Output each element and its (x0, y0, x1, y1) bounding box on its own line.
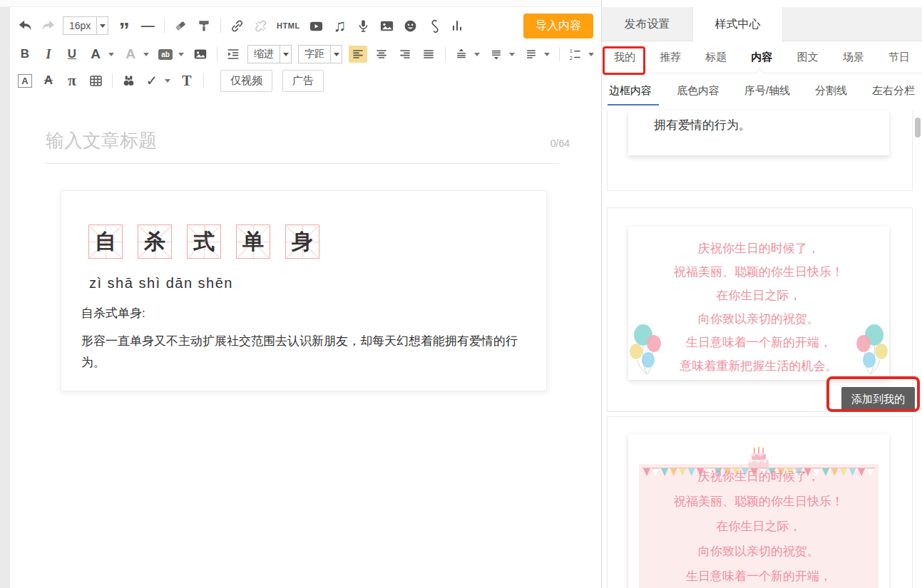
horizontal-rule-icon[interactable]: — (138, 17, 157, 34)
table-icon[interactable] (86, 72, 105, 89)
panel-scrollbar-thumb[interactable] (915, 118, 921, 138)
tab-style-center[interactable]: 样式中心 (692, 7, 783, 42)
title-row: 0/64 (46, 130, 570, 152)
subtab-border-content[interactable]: 边框内容 (609, 84, 652, 98)
tab-content[interactable]: 内容 (751, 51, 772, 64)
paragraph-spacing-icon (522, 46, 541, 63)
font-size-caret[interactable] (96, 17, 108, 34)
article-content-card[interactable]: 自 杀 式 单 身 zì shā shì dān shēn 自杀式单身: 形容一… (61, 190, 547, 391)
background-color-dropdown[interactable]: A (121, 46, 149, 63)
underline-icon[interactable]: U (63, 46, 81, 63)
subtab-two-column[interactable]: 左右分栏 (872, 84, 915, 98)
italic-icon[interactable]: I (39, 46, 58, 63)
image-style-icon[interactable] (191, 46, 210, 63)
tab-festival[interactable]: 节日 (888, 51, 910, 64)
blockquote-icon[interactable]: ” (115, 17, 133, 34)
grid-char-box: 单 (236, 225, 270, 259)
import-content-button[interactable]: 导入内容 (523, 14, 593, 38)
subcategory-tabs: 边框内容 底色内容 序号/轴线 分割线 左右分栏 (602, 73, 922, 108)
subtab-divider-line[interactable]: 分割线 (815, 84, 847, 98)
tab-heading[interactable]: 标题 (705, 51, 727, 64)
editor-pane: 16px ” — HTML ♫ (10, 7, 601, 588)
style-item-border-text[interactable]: 拥有爱情的行为。 (607, 110, 913, 191)
style-item-birthday-balloons[interactable]: 庆祝你生日的时候了， 祝福美丽、聪颖的你生日快乐！ 在你生日之际， 向你致以亲切… (607, 207, 913, 412)
definition-text: 形容一直单身又不主动扩展社交范围去认识新朋友，却每天幻想着能拥有爱情的行为。 (81, 331, 525, 373)
style-preview-text: 拥有爱情的行为。 (628, 110, 889, 135)
find-replace-icon[interactable] (119, 72, 138, 89)
character-border-icon[interactable]: A (16, 72, 34, 89)
subtab-number-axis[interactable]: 序号/轴线 (744, 84, 790, 98)
unlink-icon[interactable] (251, 17, 270, 34)
check-icon: ✓ (143, 72, 161, 89)
indent-select[interactable]: 缩进 (247, 45, 292, 63)
category-tabs: 我的 推荐 标题 内容 图文 场景 节日 (602, 41, 922, 73)
tab-recommend[interactable]: 推荐 (660, 51, 681, 64)
ad-button[interactable]: 广告 (282, 70, 324, 92)
svg-animation-icon[interactable] (424, 17, 443, 34)
insert-audio-icon[interactable]: ♫ (330, 17, 349, 34)
grid-char-box: 杀 (138, 225, 172, 259)
align-right-icon[interactable] (396, 46, 414, 63)
font-size-select[interactable]: 16px (63, 16, 108, 35)
grid-char-box: 自 (88, 225, 123, 259)
eraser-icon[interactable] (171, 17, 190, 34)
letter-spacing-select[interactable]: 字距 (298, 45, 342, 63)
bold-icon[interactable]: B (16, 46, 34, 63)
link-icon[interactable] (227, 17, 246, 34)
add-to-mine-button[interactable]: 添加到我的 (841, 387, 915, 411)
undo-icon[interactable] (16, 17, 34, 34)
style-panel: 发布设置 样式中心 我的 推荐 标题 内容 图文 场景 节日 边框内容 底色内容… (601, 0, 922, 588)
emoji-icon[interactable] (401, 17, 419, 34)
ordered-list-icon: 12 (566, 46, 585, 63)
divider (112, 73, 113, 88)
toolbar-row-2: B I U A A ab 缩进 字距 (10, 41, 601, 67)
formula-icon[interactable]: π (63, 72, 81, 89)
font-color-icon: A (86, 46, 105, 63)
title-counter: 0/64 (550, 138, 570, 152)
tab-publish-settings[interactable]: 发布设置 (602, 7, 692, 41)
align-center-icon[interactable] (372, 46, 391, 63)
align-left-icon[interactable] (349, 46, 367, 63)
video-only-button[interactable]: 仅视频 (220, 70, 272, 92)
article-title-input[interactable] (46, 130, 541, 152)
highlight-dropdown[interactable]: ab (156, 46, 184, 63)
align-justify-icon[interactable] (419, 46, 438, 63)
pink-panel: 庆祝你生日的时候了， 祝福美丽、聪颖的你生日快乐！ 在你生日之际， 向你致以亲切… (639, 464, 879, 588)
html-source-icon[interactable]: HTML (275, 17, 302, 34)
left-strip (0, 7, 10, 588)
chart-icon[interactable] (448, 17, 466, 34)
voice-record-icon[interactable] (354, 17, 372, 34)
letter-spacing-label: 字距 (299, 48, 330, 61)
divider (220, 19, 221, 33)
divider (559, 47, 560, 61)
line-height-decrease-dropdown[interactable] (487, 46, 515, 63)
line-height-increase-dropdown[interactable] (452, 46, 480, 63)
divider (217, 47, 217, 61)
redo-icon[interactable] (39, 17, 58, 34)
subtab-bgcolor-content[interactable]: 底色内容 (677, 84, 719, 98)
line-height-increase-icon (452, 46, 471, 63)
active-subtab-underline (608, 104, 659, 105)
style-preview-card: 庆祝你生日的时候了， 祝福美丽、聪颖的你生日快乐！ 在你生日之际， 向你致以亲切… (628, 227, 889, 380)
font-color-dropdown[interactable]: A (86, 46, 114, 63)
ordered-list-dropdown[interactable]: 12 (566, 46, 594, 63)
grid-char-box: 身 (285, 225, 319, 259)
format-painter-icon[interactable] (195, 17, 213, 34)
divider (164, 19, 165, 33)
indent-label: 缩进 (248, 48, 280, 61)
indent-icon[interactable] (224, 46, 242, 63)
paragraph-spacing-dropdown[interactable] (522, 46, 550, 63)
birthday-text: 庆祝你生日的时候了， 祝福美丽、聪颖的你生日快乐！ 在你生日之际， 向你致以亲切… (628, 237, 889, 378)
strikethrough-icon[interactable]: A (39, 72, 58, 89)
text-tool-icon[interactable]: T (178, 72, 196, 89)
style-preview-card: 庆祝你生日的时候了， 祝福美丽、聪颖的你生日快乐！ 在你生日之际， 向你致以亲切… (628, 434, 889, 588)
tab-image-text[interactable]: 图文 (797, 51, 819, 64)
insert-image-icon[interactable] (377, 17, 396, 34)
toolbar-row-3: A A π ✓ T 仅视频 广告 (10, 67, 601, 94)
title-underline (46, 163, 559, 164)
style-item-birthday-cake[interactable]: 庆祝你生日的时候了， 祝福美丽、聪颖的你生日快乐！ 在你生日之际， 向你致以亲切… (607, 416, 913, 588)
spellcheck-dropdown[interactable]: ✓ (143, 72, 170, 89)
tab-scene[interactable]: 场景 (843, 51, 864, 64)
insert-video-icon[interactable] (307, 17, 325, 34)
tab-mine[interactable]: 我的 (614, 51, 635, 64)
